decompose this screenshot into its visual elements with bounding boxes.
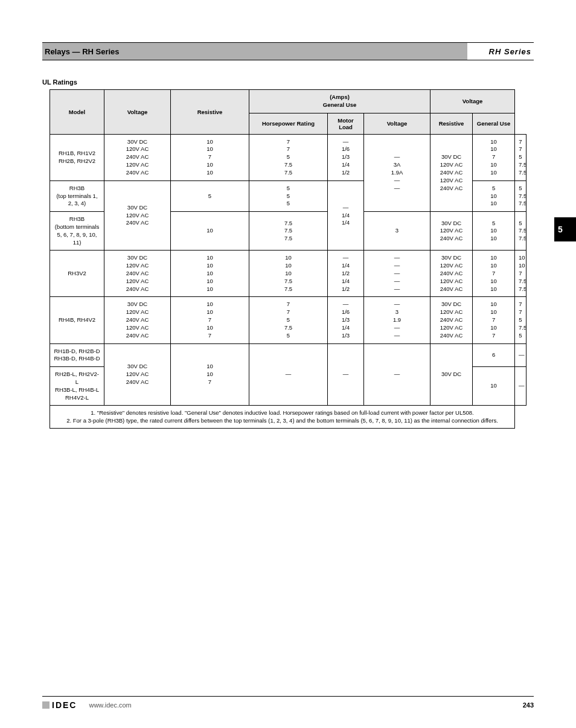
table-notes: 1. "Resistive" denotes resistive load. "… — [50, 406, 526, 429]
page-number: 243 — [523, 701, 534, 709]
table-row: RH4B, RH4V2 30V DC120V AC240V AC120V AC2… — [50, 297, 526, 343]
th-voltage: Voltage — [104, 90, 171, 135]
series-label: RH Series — [467, 47, 534, 56]
th-res-load: (Amps)General Use — [249, 90, 430, 113]
th-ind-res: Resistive — [430, 113, 473, 134]
page-header: Relays — RH Series RH Series — [42, 42, 534, 60]
table-row: RH1B-D, RH2B-DRH3B-D, RH4B-D 30V DC120V … — [50, 343, 526, 367]
table-row: RH1B, RH1V2RH2B, RH2V2 30V DC120V AC240V… — [50, 134, 526, 180]
page-footer: IDEC www.idec.com 243 — [0, 696, 576, 710]
th-hp: Horsepower Rating — [249, 113, 328, 134]
section-title: UL Ratings — [42, 78, 534, 86]
th-ind-gen: General Use — [473, 113, 515, 134]
logo-icon — [42, 701, 50, 709]
table-row: RH3V2 30V DC120V AC240V AC120V AC240V AC… — [50, 251, 526, 297]
th-ind-voltage: Voltage — [364, 113, 430, 134]
ratings-table: Model Voltage Resistive (Amps)General Us… — [50, 89, 526, 429]
breadcrumb-section: Relays — RH Series — [42, 43, 467, 60]
th-ind-voltage-group: Voltage — [430, 90, 515, 113]
th-res-res: Resistive — [171, 90, 249, 135]
footer-url: www.idec.com — [89, 701, 131, 709]
th-motor: Motor Load — [328, 113, 364, 134]
side-tab: 5 — [554, 217, 576, 241]
brand-logo: IDEC — [52, 700, 77, 710]
th-model: Model — [50, 90, 104, 135]
